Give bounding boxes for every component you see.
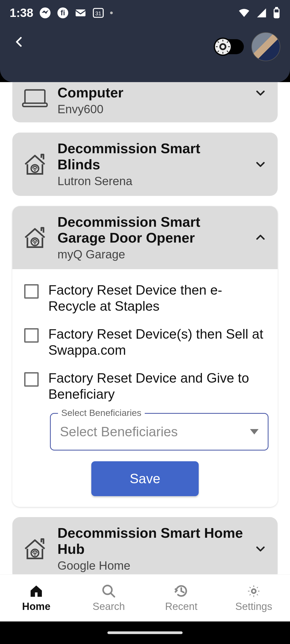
theme-toggle[interactable] (216, 39, 244, 54)
nav-label: Recent (165, 601, 197, 612)
select-placeholder: Select Beneficiaries (60, 424, 178, 440)
nav-label: Home (22, 601, 50, 612)
option-label: Factory Reset Device and Give to Benefic… (48, 370, 269, 402)
card-subtitle: Google Home (57, 559, 243, 572)
mail-icon (75, 7, 86, 19)
checkbox[interactable] (24, 284, 39, 299)
bottom-nav: Home Search Recent Settings (0, 574, 290, 621)
history-icon (174, 584, 189, 599)
svg-point-11 (221, 45, 225, 49)
svg-rect-8 (275, 9, 279, 12)
calendar-icon: 31 (92, 7, 104, 19)
option-label: Factory Reset Device then e-Recycle at S… (48, 282, 269, 314)
device-card-computer[interactable]: Computer Envy600 (12, 82, 278, 122)
svg-text:fi: fi (61, 9, 65, 17)
nav-search[interactable]: Search (73, 575, 145, 621)
svg-rect-3 (76, 9, 86, 16)
status-time: 1:38 (10, 6, 33, 20)
beneficiaries-select[interactable]: Select Beneficiaries Select Beneficiarie… (50, 413, 269, 451)
smart-home-icon (21, 535, 48, 562)
toggle-knob-icon (214, 38, 232, 56)
chevron-up-icon (252, 229, 269, 246)
option-row-beneficiary[interactable]: Factory Reset Device and Give to Benefic… (21, 364, 269, 408)
svg-point-32 (252, 589, 256, 593)
device-card-home-hub[interactable]: Decommission Smart Home Hub Google Home (12, 517, 278, 574)
smart-home-icon (21, 224, 48, 251)
avatar[interactable] (251, 32, 280, 61)
chevron-down-icon (252, 85, 269, 101)
status-bar: 1:38 fi 31 (0, 0, 290, 26)
svg-rect-7 (275, 7, 278, 9)
svg-point-23 (34, 170, 35, 171)
wifi-icon (238, 7, 250, 19)
svg-rect-20 (25, 90, 45, 103)
nav-settings[interactable]: Settings (218, 575, 290, 621)
svg-line-18 (218, 51, 219, 52)
search-icon (101, 584, 116, 599)
save-button[interactable]: Save (91, 461, 199, 496)
back-button[interactable] (10, 32, 29, 52)
smart-home-icon (21, 151, 48, 178)
device-card-garage-opener-header[interactable]: Decommission Smart Garage Door Opener my… (12, 206, 278, 269)
checkbox[interactable] (24, 372, 39, 387)
nav-recent[interactable]: Recent (145, 575, 218, 621)
laptop-icon (21, 85, 48, 112)
content-scroll[interactable]: Computer Envy600 Decommission Smart Blin… (0, 82, 290, 574)
gesture-area (0, 621, 290, 644)
option-label: Factory Reset Device(s) then Sell at Swa… (48, 326, 269, 358)
chevron-down-icon (252, 156, 269, 172)
svg-point-27 (34, 554, 35, 555)
option-row-sell[interactable]: Factory Reset Device(s) then Sell at Swa… (21, 320, 269, 364)
gear-icon (246, 584, 261, 599)
option-row-recycle[interactable]: Factory Reset Device then e-Recycle at S… (21, 276, 269, 320)
card-subtitle: Lutron Serena (57, 174, 243, 188)
nav-label: Settings (235, 601, 272, 612)
card-title: Decommission Smart Blinds (57, 141, 243, 173)
notification-dot-icon (110, 12, 113, 14)
app-header (0, 26, 290, 82)
card-title: Decommission Smart Garage Door Opener (57, 214, 243, 246)
svg-rect-21 (23, 103, 47, 107)
nav-label: Search (93, 601, 125, 612)
caret-down-icon (250, 429, 259, 434)
select-legend: Select Beneficiaries (58, 408, 145, 418)
svg-line-16 (218, 42, 219, 43)
home-icon (29, 584, 44, 599)
nav-home[interactable]: Home (0, 575, 73, 621)
battery-icon (273, 7, 280, 19)
card-title: Computer (57, 85, 243, 101)
card-subtitle: myQ Garage (57, 248, 243, 261)
device-card-smart-blinds[interactable]: Decommission Smart Blinds Lutron Serena (12, 133, 278, 196)
checkbox[interactable] (24, 328, 39, 343)
device-card-garage-opener-expanded: Decommission Smart Garage Door Opener my… (12, 206, 278, 507)
svg-point-25 (34, 243, 35, 244)
options-panel: Factory Reset Device then e-Recycle at S… (12, 269, 278, 507)
svg-line-19 (227, 42, 228, 43)
svg-line-17 (227, 51, 228, 52)
svg-line-31 (111, 593, 114, 597)
messenger-icon (39, 7, 51, 19)
card-subtitle: Envy600 (57, 103, 243, 116)
fitbit-icon: fi (57, 7, 69, 19)
svg-text:31: 31 (95, 10, 101, 16)
chevron-down-icon (252, 541, 269, 557)
cell-signal-icon (256, 8, 267, 18)
gesture-bar[interactable] (107, 631, 183, 634)
card-title: Decommission Smart Home Hub (57, 525, 243, 557)
